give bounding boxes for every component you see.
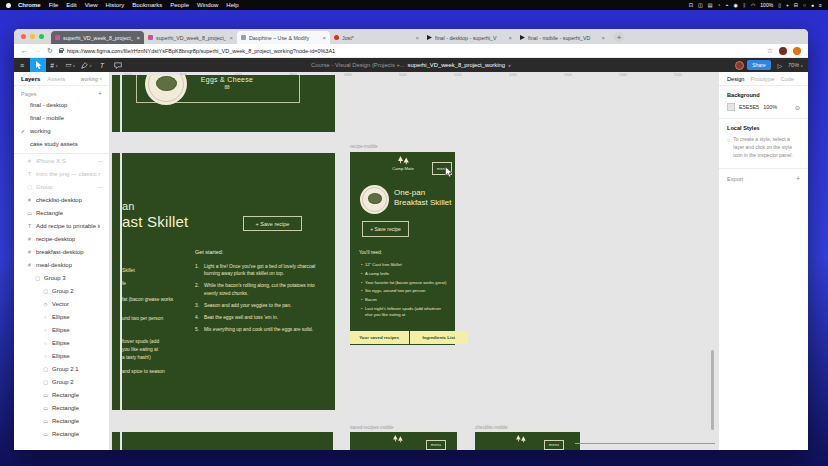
new-tab-button[interactable]: + [614, 32, 624, 42]
status-icon[interactable]: ● [811, 2, 814, 8]
status-icon[interactable]: 100% [760, 2, 773, 8]
zoom-window-button[interactable] [39, 34, 44, 39]
frame-label[interactable]: recipe-mobile [350, 144, 378, 149]
save-recipe-button[interactable]: + Save recipe [243, 216, 302, 231]
browser-profile-avatar[interactable] [779, 47, 787, 55]
layer-row[interactable]: T intro the png — classic recipes ... [14, 167, 109, 180]
layer-row[interactable]: # meal-desktop [14, 258, 109, 271]
text-tool[interactable]: T [94, 58, 110, 72]
address-bar[interactable]: https://www.figma.com/file/rHznNYdstYsFB… [59, 46, 761, 56]
frame-desktop-bottom[interactable] [122, 432, 333, 450]
page-dropdown[interactable]: working ∨ [81, 76, 102, 82]
frame-checklist-mobile[interactable]: menu [475, 432, 580, 450]
layer-row[interactable]: ▭ Rectangle [14, 388, 109, 401]
status-icon[interactable]: + [786, 2, 789, 8]
status-icon[interactable]: ○ [803, 2, 806, 8]
tab-assets[interactable]: Assets [47, 76, 65, 82]
frame-label[interactable]: checklist-mobile [475, 425, 508, 430]
status-icon[interactable]: ◫ [698, 2, 703, 8]
tab-close-icon[interactable]: × [601, 35, 605, 41]
layer-row[interactable]: ▢ Group 2 [14, 375, 109, 388]
layer-row[interactable]: ▢ Group 2 [14, 284, 109, 297]
menubar-item[interactable]: History [106, 2, 125, 8]
pen-tool[interactable]: ∨ [78, 58, 94, 72]
browser-update-icon[interactable] [793, 47, 801, 55]
menubar-item[interactable]: Edit [66, 2, 76, 8]
frame-tool[interactable]: # ∨ [46, 58, 62, 72]
shape-tool[interactable]: ▭ ∨ [62, 58, 78, 72]
layer-row[interactable]: T Add recipe to printable ingredie... [14, 219, 109, 232]
tab-code[interactable]: Code [780, 76, 793, 82]
page-item[interactable]: final - mobile [14, 111, 109, 124]
visibility-eye-icon[interactable]: ⊙ [795, 104, 800, 111]
breadcrumb[interactable]: Course - Visual Design (Projects +... [311, 62, 405, 68]
layer-row[interactable]: ○ Ellipse [14, 336, 109, 349]
tab-close-icon[interactable]: × [136, 35, 140, 41]
layer-row[interactable]: # checklist-desktop [14, 193, 109, 206]
menu-button[interactable]: menu [544, 440, 564, 450]
menubar-item[interactable]: File [49, 2, 59, 8]
add-export-button[interactable]: + [796, 175, 800, 182]
browser-tab[interactable]: Jost* × [330, 31, 423, 44]
menubar-item[interactable]: People [170, 2, 189, 8]
browser-tab[interactable]: superhi_VD_week_8_project_w × [51, 31, 144, 44]
tab-prototype[interactable]: Prototype [750, 76, 774, 82]
menubar-item[interactable]: Window [197, 2, 218, 8]
layer-row[interactable]: ▭ Rectangle [14, 427, 109, 440]
present-icon[interactable]: ▷ [777, 62, 782, 69]
tab-close-icon[interactable]: × [415, 35, 419, 41]
page-item[interactable]: ✓ working [14, 124, 109, 137]
menubar-item[interactable]: Bookmarks [132, 2, 162, 8]
layer-row[interactable]: ▭ Rectangle [14, 401, 109, 414]
comment-tool[interactable] [110, 58, 126, 72]
add-page-button[interactable]: + [98, 90, 102, 97]
status-icon[interactable]: ≡ [819, 2, 822, 8]
canvas-scrollbar[interactable] [711, 350, 714, 430]
move-tool[interactable] [30, 58, 46, 72]
apple-icon[interactable] [6, 3, 11, 8]
menubar-item[interactable]: Chrome [18, 2, 41, 8]
browser-tab[interactable]: final - mobile - superhi_VD × [516, 31, 609, 44]
background-color-row[interactable]: E5E5E5 100% ⊙ [719, 101, 808, 119]
layer-state-icon[interactable]: — [98, 158, 109, 164]
layer-row[interactable]: ○ Ellipse [14, 349, 109, 362]
reload-icon[interactable]: ↻ [47, 47, 53, 54]
color-hex-value[interactable]: E5E5E5 [739, 104, 759, 110]
doc-title[interactable]: superhi_VD_week_8_project_working [408, 62, 505, 68]
frame-eggs-cheese[interactable]: Eggs & Cheese 88 [122, 75, 335, 132]
status-icon[interactable]: ◉ [734, 2, 738, 8]
browser-tab[interactable]: Dauphine – Use & Modify × [237, 31, 330, 44]
page-item[interactable]: final - desktop [14, 98, 109, 111]
status-icon[interactable]: ◓ [726, 2, 729, 8]
tab-close-icon[interactable]: × [229, 35, 233, 41]
color-opacity-value[interactable]: 100% [763, 104, 777, 110]
export-section[interactable]: Export + [719, 169, 808, 188]
clipped-frame-edge[interactable] [112, 153, 120, 410]
tab-close-icon[interactable]: × [322, 35, 326, 41]
figma-menu-icon[interactable]: ≡ [14, 62, 30, 69]
layer-row[interactable]: ▭ Rectangle [14, 206, 109, 219]
layer-row[interactable]: ▢ Group — [14, 180, 109, 193]
minimize-window-button[interactable] [30, 34, 35, 39]
menubar-item[interactable]: View [85, 2, 98, 8]
ingredients-list-button[interactable]: Ingredients List [409, 331, 469, 344]
frame-saved-recipes-mobile[interactable]: menu [350, 432, 457, 450]
status-icon[interactable]: ⊡ [689, 2, 693, 8]
figma-user-avatar[interactable] [735, 61, 744, 70]
layer-row[interactable]: ◇ Vector [14, 297, 109, 310]
layer-row[interactable]: ○ Ellipse [14, 310, 109, 323]
frame-label[interactable]: saved-recipes-mobile [350, 425, 394, 430]
frame-recipe-mobile[interactable]: Camp Mate menu One-pan Breakfast Skillet… [350, 152, 455, 345]
browser-tab[interactable]: final - desktop - superhi_V × [423, 31, 516, 44]
layer-row[interactable]: # iPhone X S — [14, 154, 109, 167]
tab-design[interactable]: Design [727, 76, 744, 82]
layer-row[interactable]: # recipe-desktop [14, 232, 109, 245]
color-swatch[interactable] [727, 103, 735, 111]
clipped-frame-edge[interactable] [112, 75, 120, 132]
layer-row[interactable]: # breakfast-desktop [14, 245, 109, 258]
share-button[interactable]: Share [747, 60, 771, 70]
close-window-button[interactable] [21, 34, 26, 39]
tab-layers[interactable]: Layers [21, 76, 40, 82]
doc-title-chevron-icon[interactable]: ∨ [508, 63, 511, 68]
tab-close-icon[interactable]: × [508, 35, 512, 41]
